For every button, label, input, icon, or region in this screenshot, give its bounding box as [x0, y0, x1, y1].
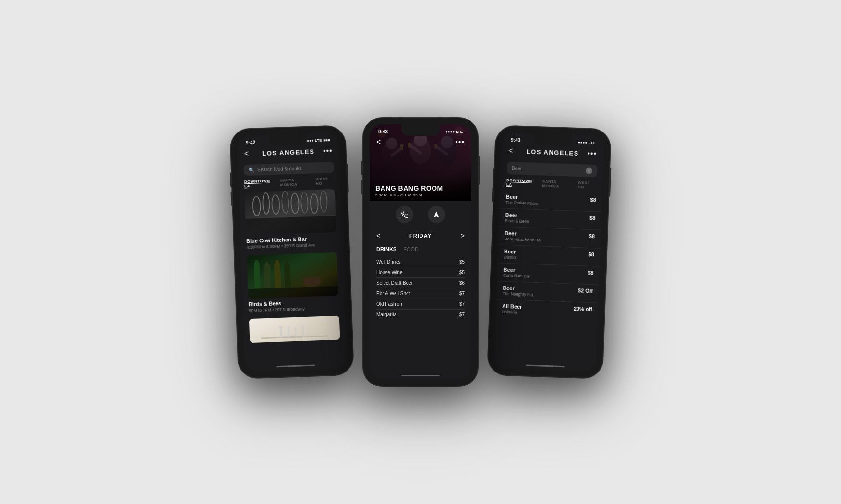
battery-icon-left: ■■■ — [323, 138, 330, 143]
home-indicator-center — [370, 371, 471, 380]
status-time-left: 9:42 — [246, 140, 255, 146]
search-bar-right[interactable]: Beer ✕ — [507, 162, 598, 178]
result-venue-2: Poor Haus Wine Bar — [505, 237, 542, 243]
action-row-center — [370, 201, 471, 228]
result-price-5: $2 Off — [578, 288, 593, 294]
menu-item-1[interactable]: House Wine $5 — [376, 267, 465, 278]
svg-rect-14 — [254, 262, 261, 288]
result-item-6[interactable]: All Beer Baldoria 20% off — [496, 300, 598, 321]
result-venue-3: District — [504, 255, 516, 260]
result-name-0: Beer — [506, 194, 538, 201]
nav-title-left: LOS ANGELES — [262, 148, 315, 157]
next-day-btn[interactable]: > — [461, 232, 465, 240]
venue-card-birds-bees[interactable]: Birds & Bees 5PM to 7PM • 207 S Broadway — [241, 252, 345, 319]
hero-hours: 5PM to 8PM — [375, 193, 396, 197]
more-button-center[interactable]: ••• — [455, 138, 465, 146]
menu-item-price-5: $7 — [459, 312, 465, 317]
phone-right: 9:43 ●●●● LTE < LOS ANGELES ••• Beer ✕ D… — [487, 125, 611, 379]
venue-image-birds-bees — [247, 252, 338, 299]
menu-item-price-2: $6 — [459, 280, 465, 286]
bar-glasses-art — [245, 189, 336, 236]
result-name-1: Beer — [505, 212, 529, 219]
nav-bar-left: < LOS ANGELES ••• — [237, 144, 339, 162]
menu-item-name-4: Old Fashion — [376, 301, 402, 307]
result-price-2: $8 — [589, 233, 595, 239]
phone-center: 9:43 ●●●● LTE — [363, 118, 478, 386]
menu-item-price-3: $7 — [459, 291, 465, 296]
status-icons-right: ●●●● LTE — [578, 140, 595, 145]
result-price-4: $8 — [588, 270, 594, 276]
menu-item-5[interactable]: Margarita $7 — [376, 310, 465, 320]
status-bar-center: 9:43 ●●●● LTE — [370, 124, 471, 136]
svg-point-49 — [427, 126, 433, 132]
menu-item-3[interactable]: Pbr & Well Shot $7 — [376, 288, 465, 299]
search-icon-left: 🔍 — [249, 168, 254, 173]
prev-day-btn[interactable]: < — [376, 232, 380, 240]
tab-food[interactable]: FOOD — [403, 246, 419, 252]
svg-rect-30 — [287, 326, 289, 337]
menu-item-name-3: Pbr & Well Shot — [376, 291, 410, 296]
venue-image-blue-cow — [245, 189, 336, 236]
day-label: FRIDAY — [409, 233, 432, 239]
venue-card-third[interactable] — [243, 315, 346, 351]
menu-item-0[interactable]: Well Drinks $5 — [376, 257, 465, 267]
bottles-art — [247, 252, 338, 299]
filter-santa-monica-right[interactable]: SANTA MONICA — [542, 179, 574, 189]
phone-action-btn[interactable] — [396, 206, 413, 223]
hero-overlay: BANG BANG ROOM 5PM to 8PM • 221 W 7th St — [370, 180, 471, 201]
signal-icon-right: ●●●● LTE — [578, 140, 595, 145]
result-name-3: Beer — [504, 249, 517, 255]
svg-rect-32 — [301, 326, 304, 337]
hero-subtitle: 5PM to 8PM • 221 W 7th St — [375, 193, 466, 197]
filter-downtown-right[interactable]: DOWNTOWN LA — [506, 178, 538, 188]
svg-rect-18 — [274, 263, 281, 288]
filter-west-ho-left[interactable]: WEST HO — [316, 177, 335, 186]
svg-rect-31 — [295, 328, 297, 337]
back-button-right[interactable]: < — [508, 146, 518, 156]
tab-drinks[interactable]: DRINKS — [376, 246, 396, 252]
menu-item-price-1: $5 — [459, 270, 465, 275]
result-price-6: 20% off — [574, 306, 593, 312]
menu-item-2[interactable]: Select Draft Beer $6 — [376, 278, 465, 288]
back-button-center[interactable]: < — [376, 138, 381, 146]
phones-container: 9:42 ●●●● LTE ■■■ < LOS ANGELES ••• 🔍 Se… — [234, 118, 607, 386]
results-list-right: Beer The Parker Room $8 Beer Birds & Bee… — [494, 190, 602, 363]
svg-rect-28 — [280, 327, 282, 338]
result-name-4: Beer — [503, 267, 530, 274]
nav-bar-right: < LOS ANGELES ••• — [502, 144, 604, 162]
nav-overlay-center: < ••• — [370, 138, 471, 146]
filter-downtown-left[interactable]: DOWNTOWN LA — [244, 179, 276, 188]
directions-action-btn[interactable] — [428, 206, 445, 223]
svg-rect-23 — [303, 277, 321, 285]
signal-icon-left: ●●●● LTE — [304, 138, 322, 143]
menu-item-price-4: $7 — [459, 301, 465, 307]
hero-address: 221 W 7th St — [400, 193, 422, 197]
phone-left: 9:42 ●●●● LTE ■■■ < LOS ANGELES ••• 🔍 Se… — [230, 125, 354, 379]
menu-item-name-5: Margarita — [376, 312, 396, 317]
home-bar-left — [276, 364, 315, 367]
hero-title: BANG BANG ROOM — [375, 184, 466, 192]
status-time-center: 9:43 — [378, 129, 388, 134]
status-icons-left: ●●●● LTE ■■■ — [304, 138, 330, 143]
search-bar-left[interactable]: 🔍 Search food & drinks — [244, 162, 335, 176]
search-clear-right[interactable]: ✕ — [586, 168, 592, 174]
venues-list-left: Blue Cow Kitchen & Bar 4:30PM to 6:30PM … — [239, 189, 347, 363]
venue-image-third — [249, 316, 340, 343]
result-venue-6: Baldoria — [502, 310, 522, 315]
more-button-right[interactable]: ••• — [587, 149, 597, 158]
signal-icon-center: ●●●● LTE — [445, 130, 463, 134]
menu-item-name-1: House Wine — [376, 270, 402, 275]
search-value-right: Beer — [512, 166, 522, 171]
phone-right-screen: 9:43 ●●●● LTE < LOS ANGELES ••• Beer ✕ D… — [494, 132, 604, 372]
venue-card-blue-cow[interactable]: Blue Cow Kitchen & Bar 4:30PM to 6:30PM … — [239, 189, 343, 255]
menu-item-price-0: $5 — [459, 259, 465, 264]
more-button-left[interactable]: ••• — [323, 146, 333, 156]
result-name-6: All Beer — [502, 303, 522, 310]
back-button-left[interactable]: < — [244, 149, 254, 158]
filter-west-ho-right[interactable]: WEST HO — [578, 180, 597, 190]
day-nav-center: < FRIDAY > — [370, 228, 471, 243]
nav-title-right: LOS ANGELES — [527, 148, 579, 157]
filter-santa-monica-left[interactable]: SANTA MONICA — [280, 178, 311, 187]
svg-rect-10 — [245, 216, 336, 236]
menu-item-4[interactable]: Old Fashion $7 — [376, 299, 465, 310]
